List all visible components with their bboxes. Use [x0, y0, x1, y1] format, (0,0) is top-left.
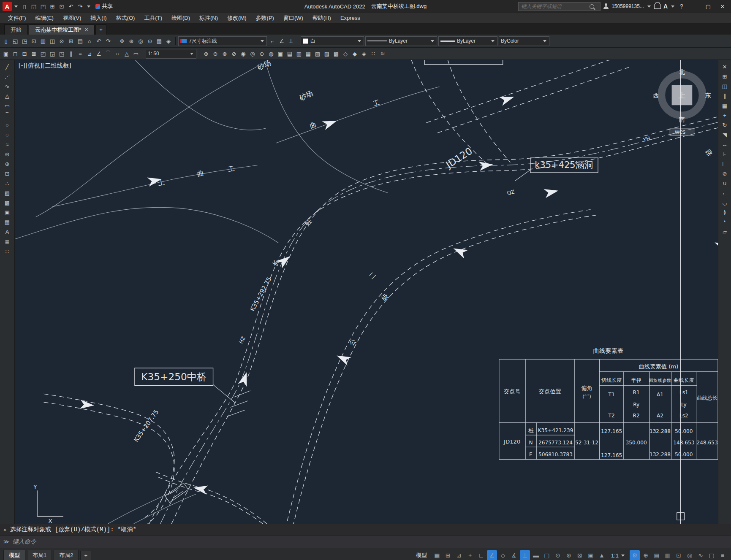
copy-icon[interactable]: ⊞ — [720, 72, 729, 81]
menu-item-3[interactable]: 插入(I) — [86, 13, 111, 23]
tab-layout2[interactable]: 布局2 — [54, 550, 79, 560]
zoom-window-icon[interactable]: ◎ — [136, 37, 145, 45]
point-style-icon[interactable]: ◇ — [341, 49, 350, 58]
revision-cloud-icon[interactable]: ◌ — [3, 130, 11, 139]
ucs-icon[interactable]: Y X — [33, 484, 63, 524]
move-icon[interactable]: + — [720, 111, 729, 119]
rectangle-icon[interactable]: ▭ — [3, 101, 11, 110]
divide-icon[interactable]: ∷ — [369, 49, 378, 58]
label-char[interactable]: 上 — [158, 179, 165, 187]
label-char[interactable]: 公 — [348, 337, 358, 347]
east-parallel-road[interactable] — [287, 210, 596, 524]
annotation-scale[interactable]: 1:1 — [609, 552, 628, 559]
label-station-1[interactable]: K35+292.75 — [249, 276, 272, 312]
line-tool-icon[interactable]: ╱ — [3, 62, 11, 71]
menu-item-1[interactable]: 编辑(E) — [31, 13, 58, 23]
label-sand-1[interactable]: 砂场 — [256, 60, 272, 72]
viewcube-north[interactable]: 北 — [679, 68, 685, 75]
autodesk-account-icon[interactable]: A — [663, 3, 668, 10]
layer-lock-icon[interactable]: ⊠ — [30, 49, 38, 58]
boxed-labels[interactable]: K35+250中桥 k35+425涵洞 — [135, 60, 598, 403]
label-char[interactable]: 二 — [367, 271, 378, 280]
layer-prev-icon[interactable]: ◰ — [39, 49, 47, 58]
chamfer-icon[interactable]: ⌐ — [720, 189, 729, 197]
polyline-icon[interactable]: ∿ — [3, 82, 11, 90]
match-properties-icon[interactable]: ⌂ — [85, 37, 94, 45]
construction-line-icon[interactable]: ⋰ — [3, 72, 11, 81]
region-icon[interactable]: ▩ — [332, 49, 340, 58]
cut-icon[interactable]: ⊘ — [57, 37, 66, 45]
units-icon[interactable]: ▤ — [652, 550, 662, 560]
align-icon[interactable]: ▱ — [720, 227, 729, 236]
curve-table[interactable]: 曲线要素表 — [499, 347, 718, 460]
transparency-icon[interactable]: ▢ — [542, 550, 552, 560]
arc-tool-icon[interactable]: ⌒ — [104, 49, 112, 58]
command-input-row[interactable]: ≫ 键入命令 — [0, 535, 731, 548]
viewcube-west[interactable]: 西 — [653, 92, 659, 99]
rotate-icon[interactable]: ↻ — [720, 121, 729, 129]
publish-icon[interactable]: ◫ — [48, 37, 57, 45]
quickcalc-icon[interactable]: ▣ — [276, 49, 285, 58]
viewcube-east[interactable]: 东 — [705, 92, 711, 99]
customization-icon[interactable]: ≡ — [717, 550, 728, 560]
multiline-icon[interactable]: ◆ — [351, 49, 359, 58]
viewport-controls[interactable]: [-][俯视][二维线框] — [19, 62, 71, 69]
redo-icon[interactable]: ↷ — [104, 37, 112, 45]
insert-block-icon[interactable]: ⊕ — [3, 160, 11, 168]
mtext-icon[interactable]: ≣ — [3, 237, 11, 246]
color-combo[interactable]: 白 — [301, 36, 364, 46]
mirror-icon[interactable]: ◫ — [720, 82, 729, 90]
label-char[interactable]: 路 — [704, 148, 714, 158]
clean-screen-icon[interactable]: ▢ — [707, 550, 717, 560]
explode-icon[interactable]: * — [720, 218, 729, 226]
label-char[interactable]: 工 — [372, 98, 380, 108]
extend-icon[interactable]: ⊢ — [720, 160, 729, 168]
layer-properties-icon[interactable]: ▣ — [2, 49, 10, 58]
tab-model[interactable]: 模型 — [3, 550, 25, 560]
menu-item-8[interactable]: 修改(M) — [223, 13, 251, 23]
dim-style-combo[interactable]: 7尺寸标注线 — [178, 36, 267, 46]
new-file-icon[interactable]: ▯ — [20, 2, 29, 11]
logo-caret-icon[interactable] — [14, 5, 18, 8]
plot-icon[interactable]: ⊡ — [57, 2, 66, 11]
graphics-performance-icon[interactable]: ∿ — [696, 550, 706, 560]
undo-icon[interactable]: ↶ — [67, 2, 75, 11]
selection-cycling-icon[interactable]: ⊙ — [553, 550, 563, 560]
drawing-area[interactable]: 砂场 砂场 JD120 K35+292.75 K35+207.75 HZ QZ … — [15, 60, 718, 524]
point-cloud-icon[interactable]: ∷ — [3, 247, 11, 255]
lineweight-icon[interactable]: ▬ — [531, 550, 541, 560]
open-icon[interactable]: ◱ — [11, 37, 19, 45]
plot-style-combo[interactable]: ByColor — [499, 36, 549, 46]
trim-icon[interactable]: ⊦ — [720, 150, 729, 158]
ortho-icon[interactable]: ∟ — [476, 550, 486, 560]
menu-item-7[interactable]: 标注(N) — [195, 13, 223, 23]
ungroup-icon[interactable]: ◎ — [248, 49, 257, 58]
model-space-toggle[interactable]: 模型 — [413, 552, 430, 559]
main-road[interactable] — [149, 117, 718, 524]
command-customize-icon[interactable]: ≫ — [3, 538, 9, 545]
traffic-arrows[interactable] — [80, 92, 718, 495]
annotate-icon[interactable]: ⊿ — [85, 49, 94, 58]
spline-icon[interactable]: ≈ — [3, 140, 11, 149]
circle-tool-icon[interactable]: ○ — [113, 49, 122, 58]
arc-icon[interactable]: ⌒ — [3, 111, 11, 119]
fillet-icon[interactable]: ◡ — [720, 198, 729, 207]
properties-icon[interactable]: ▦ — [155, 37, 163, 45]
maximize-button[interactable]: ▢ — [702, 1, 714, 12]
polar-tracking-icon[interactable]: ∠ — [487, 550, 497, 560]
menu-item-11[interactable]: 帮助(H) — [308, 13, 336, 23]
blend-icon[interactable]: ≬ — [720, 208, 729, 216]
ellipse-icon[interactable]: ⊜ — [3, 150, 11, 158]
viewcube-south[interactable]: 南 — [679, 116, 685, 123]
menu-item-9[interactable]: 参数(P) — [251, 13, 279, 23]
close-button[interactable]: ✕ — [717, 1, 728, 12]
region-icon[interactable]: ▣ — [3, 208, 11, 216]
designcenter-icon[interactable]: ◈ — [164, 37, 173, 45]
measure-icon[interactable]: ◍ — [267, 49, 275, 58]
xref-icon[interactable]: ▥ — [295, 49, 303, 58]
menu-item-0[interactable]: 文件(F) — [3, 13, 31, 23]
menu-item-2[interactable]: 视图(V) — [58, 13, 86, 23]
bridge-ticks[interactable] — [227, 391, 250, 417]
annotation-visibility-icon[interactable]: ▣ — [586, 550, 596, 560]
minimize-button[interactable]: – — [688, 1, 700, 12]
